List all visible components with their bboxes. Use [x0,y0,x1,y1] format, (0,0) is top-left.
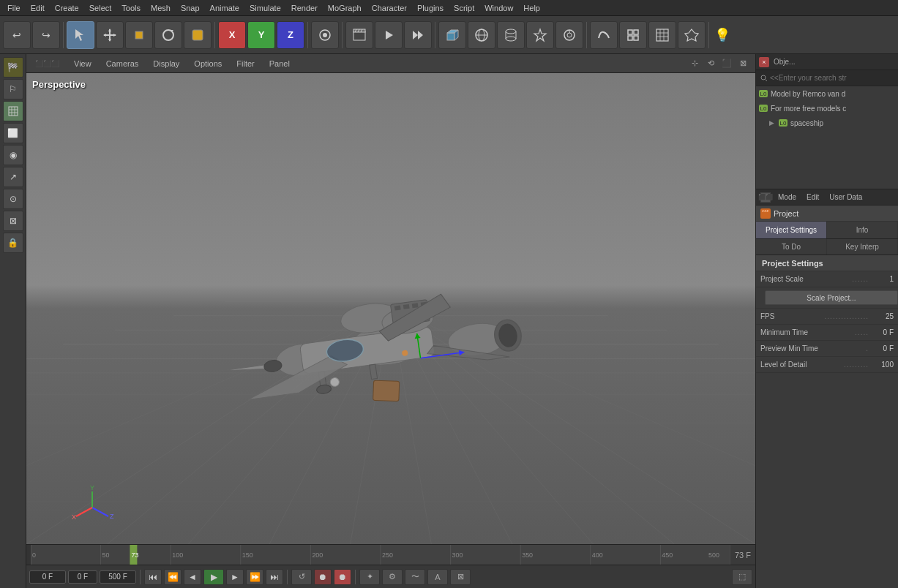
goto-start-button[interactable]: ⏮ [144,569,162,585]
effector-button[interactable] [678,21,706,49]
menu-select[interactable]: Select [85,2,116,14]
viewport-icon-1[interactable]: ⊹ [688,57,701,70]
tab-todo[interactable]: To Do [756,239,827,255]
undo-button[interactable]: ↩ [3,21,31,49]
bend-tool[interactable]: ↗ [3,167,23,187]
end-frame-input[interactable] [100,570,136,584]
object-browser-close[interactable]: × [759,57,769,67]
box-tool[interactable]: ⬜ [3,123,23,143]
redo-button[interactable]: ↪ [32,21,60,49]
minimum-time-value[interactable]: 0 F [872,328,894,336]
viewport-icon-3[interactable]: ⬛ [720,57,733,70]
knife-tool[interactable]: ⊠ [3,211,23,231]
viewport-icon-2[interactable]: ⟲ [704,57,717,70]
menu-mograph[interactable]: MoGraph [323,2,366,14]
flag-tool-2[interactable]: ⚐ [3,79,23,99]
attr-userdata-item[interactable]: User Data [826,192,865,203]
transform-tool-button[interactable] [184,21,212,49]
viewport-display-menu[interactable]: Display [150,58,182,69]
z-axis-button[interactable]: Z [277,21,304,49]
motion-button[interactable]: 〜 [405,569,425,585]
render-all-button[interactable] [404,21,432,49]
list-item[interactable]: L0 For more free models c [756,101,898,116]
menu-file[interactable]: File [3,2,25,14]
lod-value[interactable]: 100 [872,361,894,369]
menu-edit[interactable]: Edit [26,2,49,14]
spline-button[interactable] [555,21,583,49]
menu-create[interactable]: Create [50,2,83,14]
visibility-icon-2[interactable]: L0 [759,105,768,112]
cylinder-button[interactable] [497,21,525,49]
attr-panel-menu-icon[interactable]: ⬛⬛ [760,192,771,203]
tab-info[interactable]: Info [827,222,898,238]
array-button[interactable] [619,21,647,49]
viewport-cameras-menu[interactable]: Cameras [103,58,142,69]
add-keyframe-button[interactable]: ✦ [359,569,380,585]
timeline-ruler[interactable]: 0 50 73 100 150 200 250 300 [31,545,730,565]
record-button[interactable]: ⏺ [314,569,332,585]
loop-button[interactable]: ↺ [291,569,312,585]
visibility-icon-1[interactable]: L0 [759,90,768,97]
auto-key-button[interactable]: A [427,569,448,585]
menu-plugins[interactable]: Plugins [413,2,448,14]
project-scale-value[interactable]: 1 [872,275,894,283]
next-frame-button[interactable]: ⏩ [246,569,263,585]
menu-character[interactable]: Character [367,2,411,14]
viewport-view-menu[interactable]: View [71,58,94,69]
object-mode-button[interactable] [311,21,339,49]
viewport-icon-4[interactable]: ⊠ [736,57,749,70]
viewport-menu-icon[interactable]: ⬛⬛⬛ [32,59,62,69]
prev-keyframe-button[interactable]: ◄ [184,569,201,585]
move-tool-button[interactable] [96,21,124,49]
grid-button[interactable] [648,21,676,49]
select-tool-button[interactable] [67,21,94,49]
deformer-button[interactable] [590,21,618,49]
menu-simulate[interactable]: Simulate [245,2,285,14]
keyframe-settings-button[interactable]: ⚙ [382,569,403,585]
flag-tool-1[interactable]: 🏁 [3,57,23,78]
scale-project-button[interactable]: Scale Project... [765,290,898,305]
viewport-options-menu[interactable]: Options [191,58,225,69]
scale-tool-button[interactable] [125,21,153,49]
snap-key-button[interactable]: ⊠ [450,569,471,585]
record-active-button[interactable]: ⏺ [334,569,351,585]
menu-tools[interactable]: Tools [117,2,145,14]
attr-edit-item[interactable]: Edit [804,192,822,203]
fps-value[interactable]: 25 [872,312,894,320]
mesh-tool[interactable] [3,101,23,121]
lock-tool[interactable]: 🔒 [3,233,23,253]
visibility-icon-3[interactable]: L0 [779,119,787,127]
prev-frame-button[interactable]: ⏪ [164,569,182,585]
sphere-button[interactable] [468,21,495,49]
viewport-filter-menu[interactable]: Filter [233,58,257,69]
circle-tool[interactable]: ◉ [3,145,23,165]
tab-key-interp[interactable]: Key Interp [827,239,898,255]
menu-snap[interactable]: Snap [176,2,204,14]
current-frame-input[interactable] [68,570,97,584]
list-item[interactable]: L0 Model by Remco van d [756,86,898,101]
menu-script[interactable]: Script [449,2,479,14]
menu-animate[interactable]: Animate [206,2,244,14]
rotate-tool-button[interactable] [154,21,182,49]
star-button[interactable] [526,21,554,49]
menu-window[interactable]: Window [480,2,517,14]
menu-render[interactable]: Render [287,2,322,14]
play-button[interactable]: ▶ [203,569,224,585]
start-frame-input[interactable] [29,570,66,584]
cube-button[interactable] [438,21,466,49]
viewport-3d[interactable]: Perspective Z Y X [26,73,755,544]
x-axis-button[interactable]: X [218,21,246,49]
next-keyframe-button[interactable]: ► [226,569,244,585]
y-axis-button[interactable]: Y [247,21,275,49]
render-button[interactable] [375,21,403,49]
layout-button[interactable]: ⬚ [732,569,752,585]
menu-mesh[interactable]: Mesh [146,2,175,14]
list-item[interactable]: ▶ L0 spaceship [756,116,898,130]
preview-min-time-value[interactable]: 0 F [872,344,894,353]
render-settings-button[interactable] [345,21,373,49]
search-input[interactable] [770,74,894,82]
viewport-panel-menu[interactable]: Panel [266,58,293,69]
attr-mode-item[interactable]: Mode [775,192,799,203]
goto-end-button[interactable]: ⏭ [266,569,283,585]
tab-project-settings[interactable]: Project Settings [756,222,827,238]
